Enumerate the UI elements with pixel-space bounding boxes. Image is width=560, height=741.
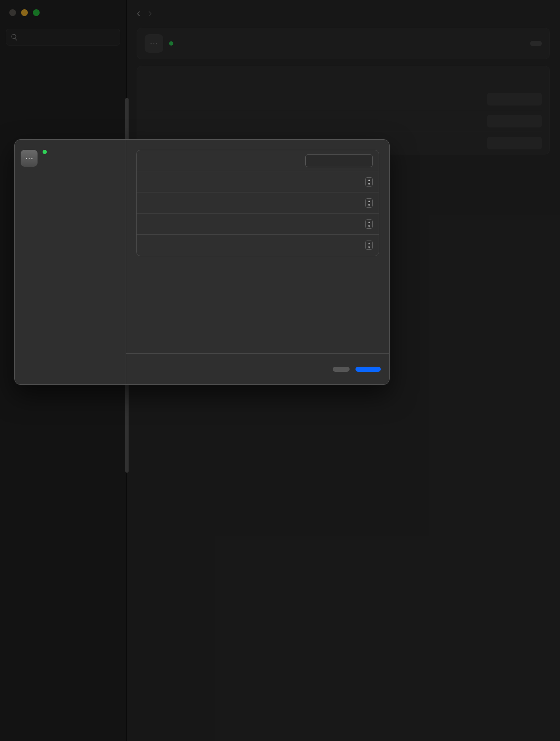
sheet-tab-list: [15, 174, 126, 176]
row-duplex[interactable]: ▴▾: [137, 214, 379, 235]
sheet-sidebar: ⋯: [15, 140, 126, 384]
duplex-stepper[interactable]: ▴▾: [365, 219, 373, 229]
interface-details-sheet: ⋯ ▴▾: [14, 139, 390, 385]
row-mac-address: [137, 150, 379, 171]
ethernet-icon: ⋯: [21, 150, 38, 167]
sheet-footer: [126, 353, 389, 384]
row-speed[interactable]: ▴▾: [137, 192, 379, 214]
speed-stepper[interactable]: ▴▾: [365, 198, 373, 208]
cancel-button[interactable]: [333, 367, 350, 372]
mac-address-field[interactable]: [305, 154, 373, 167]
ok-button[interactable]: [355, 367, 381, 372]
row-configure[interactable]: ▴▾: [137, 171, 379, 192]
sheet-interface-status: [43, 150, 50, 154]
configure-stepper[interactable]: ▴▾: [365, 177, 373, 187]
hardware-settings-group: ▴▾ ▴▾ ▴▾: [136, 150, 379, 256]
status-dot-icon: [43, 150, 47, 154]
mtu-stepper[interactable]: ▴▾: [365, 241, 373, 250]
row-mtu[interactable]: ▴▾: [137, 235, 379, 256]
sheet-main: ▴▾ ▴▾ ▴▾: [126, 140, 389, 384]
